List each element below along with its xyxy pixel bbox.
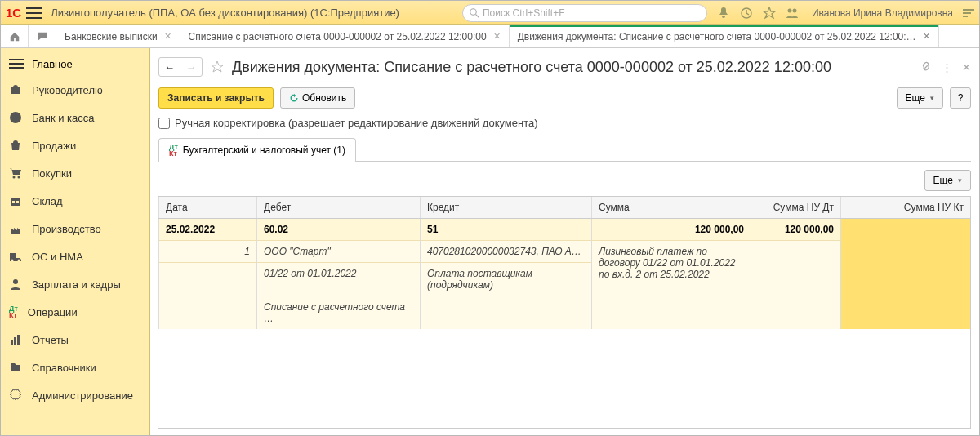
sidebar-item-sales[interactable]: Продажи [1,131,149,159]
search-input[interactable]: Поиск Ctrl+Shift+F [462,4,707,22]
users-icon[interactable] [786,7,799,20]
factory-icon [9,222,22,235]
forward-button[interactable]: → [180,58,202,76]
tab-writeoff[interactable]: Списание с расчетного счета 0000-000002 … [180,25,510,47]
header-icons: Иванова Ирина Владимировна [717,7,974,20]
svg-line-1 [475,14,479,17]
sidebar-item-salary[interactable]: Зарплата и кадры [1,270,149,298]
gear-icon [9,389,22,402]
col-credit[interactable]: Кредит [421,197,592,219]
link-icon[interactable] [920,61,932,73]
refresh-button[interactable]: Обновить [280,87,355,109]
sidebar-item-catalogs[interactable]: Справочники [1,354,149,381]
manual-correction-checkbox[interactable]: Ручная корректировка (разрешает редактир… [158,117,971,129]
tabs-row: Банковские выписки✕ Списание с расчетног… [1,25,979,48]
sidebar-item-purchases[interactable]: Покупки [1,159,149,187]
sidebar-item-manager[interactable]: Руководителю [1,76,149,104]
tab-document-movements[interactable]: Движения документа: Списание с расчетног… [510,25,939,47]
sidebar-item-assets[interactable]: ОС и НМА [1,242,149,270]
chart-icon [9,333,22,346]
close-icon[interactable]: ✕ [962,61,971,73]
table-row[interactable]: 25.02.2022 60.02 51 120 000,00 120 000,0… [159,219,971,241]
col-sum[interactable]: Сумма [592,197,751,219]
briefcase-icon [9,83,22,96]
main-menu-button[interactable] [26,7,42,19]
close-icon[interactable]: ✕ [164,31,172,42]
col-debit[interactable]: Дебет [257,197,421,219]
sidebar-item-bank[interactable]: Банк и касса [1,104,149,131]
bag-icon [9,139,22,152]
more-menu-icon[interactable]: ⋮ [942,61,952,73]
sidebar-item-warehouse[interactable]: Склад [1,187,149,215]
nav-arrows: ← → [158,57,203,77]
svg-rect-9 [12,201,15,203]
svg-rect-15 [14,337,16,345]
svg-point-17 [13,393,18,398]
home-button[interactable] [1,25,29,47]
help-button[interactable]: ? [950,87,971,109]
sidebar-item-production[interactable]: Производство [1,215,149,242]
svg-point-7 [18,176,20,179]
user-name[interactable]: Иванова Ирина Владимировна [812,7,953,19]
person-icon [9,278,22,291]
sidebar-item-main[interactable]: Главное [1,51,149,76]
col-sum-nu-dt[interactable]: Сумма НУ Дт [751,197,841,219]
col-date[interactable]: Дата [159,197,257,219]
main-content: ← → Движения документа: Списание с расче… [150,48,979,435]
truck-icon [9,250,22,263]
save-close-button[interactable]: Записать и закрыть [158,87,274,109]
debit-credit-icon: ДтКт [9,305,18,318]
ruble-icon [9,111,22,124]
sidebar: Главное Руководителю Банк и касса Продаж… [1,48,150,435]
chat-icon [37,31,48,42]
warehouse-icon [9,194,22,207]
svg-point-11 [11,260,14,262]
table-more-button[interactable]: Еще [924,170,971,191]
app-title: Лизингополучатель (ППА, ОА без дисконтир… [51,7,399,19]
movements-table: Дата Дебет Кредит Сумма Сумма НУ Дт Сумм… [158,196,971,429]
search-icon [470,8,479,18]
app-header: 1C Лизингополучатель (ППА, ОА без дискон… [1,1,979,25]
svg-point-12 [18,260,20,262]
svg-rect-16 [17,335,20,345]
logo-1c: 1C [6,6,21,20]
svg-point-13 [13,279,18,284]
sidebar-item-operations[interactable]: ДтКтОперации [1,298,149,326]
discussions-button[interactable] [29,25,56,47]
svg-point-4 [792,8,796,12]
sidebar-item-reports[interactable]: Отчеты [1,326,149,354]
debit-credit-icon: ДтКт [169,144,178,157]
svg-point-3 [787,8,791,12]
more-button[interactable]: Еще [897,87,943,109]
folder-icon [9,361,22,374]
favorite-icon[interactable] [211,60,224,73]
svg-point-5 [10,112,21,123]
search-placeholder: Поиск Ctrl+Shift+F [483,7,565,19]
document-title: Движения документа: Списание с расчетног… [232,59,915,76]
tab-bank-statements[interactable]: Банковские выписки✕ [56,25,180,47]
history-icon[interactable] [740,7,753,20]
svg-point-0 [470,8,477,15]
cart-icon [9,167,22,180]
close-icon[interactable]: ✕ [923,31,930,42]
svg-rect-14 [11,340,13,345]
refresh-icon [289,93,299,103]
svg-rect-8 [11,198,20,206]
tab-accounting[interactable]: ДтКт Бухгалтерский и налоговый учет (1) [158,138,356,162]
close-icon[interactable]: ✕ [493,31,501,42]
star-icon[interactable] [763,7,776,20]
bell-icon[interactable] [717,7,730,20]
svg-rect-10 [16,201,19,203]
back-button[interactable]: ← [159,58,180,76]
panel-menu-button[interactable] [963,9,974,17]
home-icon [9,31,20,42]
svg-point-6 [13,176,16,179]
sidebar-item-admin[interactable]: Администрирование [1,381,149,409]
col-sum-nu-kt[interactable]: Сумма НУ Кт [841,197,971,219]
